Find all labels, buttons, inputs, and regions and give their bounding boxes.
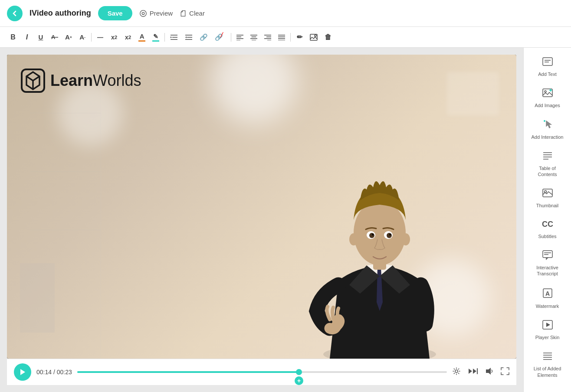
play-button[interactable]: [14, 363, 31, 381]
subtitles-icon: CC: [541, 219, 554, 232]
sidebar-item-list-of-added-elements[interactable]: List of Added Elements: [528, 346, 567, 382]
clear-label: Clear: [189, 10, 205, 17]
sidebar-item-player-skin[interactable]: Player Skin: [528, 315, 567, 345]
text-formatting-toolbar: B I U A A+ A- — x2 x2 A ✎ 🔗 🔗╱ ✏: [0, 27, 571, 48]
svg-text:CC: CC: [542, 220, 553, 229]
subtitles-label: Subtitles: [538, 233, 556, 239]
outdent-button[interactable]: [182, 32, 195, 42]
speed-button[interactable]: [468, 367, 478, 377]
highlight-button[interactable]: ✎: [150, 31, 162, 43]
progress-thumb[interactable]: [296, 369, 302, 375]
watermark-label: Watermark: [536, 303, 559, 309]
align-left-button[interactable]: [234, 33, 246, 42]
svg-point-43: [387, 233, 392, 238]
add-marker-button[interactable]: +: [295, 376, 303, 385]
add-text-label: Add Text: [538, 71, 557, 77]
svg-point-47: [401, 233, 410, 245]
add-images-label: Add Images: [535, 102, 560, 108]
interactive-transcript-label: Interactive Transcript: [532, 265, 564, 277]
volume-button[interactable]: [485, 367, 494, 377]
svg-rect-54: [543, 58, 552, 65]
preview-button[interactable]: Preview: [139, 10, 173, 17]
subscript-button[interactable]: x2: [108, 32, 120, 42]
save-button[interactable]: Save: [98, 6, 132, 20]
sidebar-item-subtitles[interactable]: CC Subtitles: [528, 215, 567, 244]
separator: [91, 33, 92, 42]
svg-rect-70: [543, 251, 552, 258]
fullscreen-button[interactable]: [501, 367, 509, 377]
separator: [231, 33, 231, 42]
font-smaller-button[interactable]: A-: [76, 32, 89, 42]
indent-button[interactable]: [167, 32, 180, 42]
delete-button[interactable]: 🗑: [322, 32, 334, 43]
sidebar-item-add-interaction[interactable]: Add Interaction: [528, 115, 567, 144]
svg-point-44: [372, 234, 374, 235]
list-of-added-elements-icon: [542, 351, 553, 364]
sidebar-item-add-text[interactable]: Add Text: [528, 52, 567, 82]
watermark-icon: A: [542, 287, 553, 301]
link-button[interactable]: 🔗: [197, 32, 210, 43]
back-button[interactable]: [7, 6, 23, 21]
underline-button[interactable]: U: [35, 32, 47, 42]
logo-text: LearnWorlds: [50, 72, 141, 90]
thumbnail-label: Thumbnail: [536, 203, 558, 209]
svg-text:A: A: [545, 290, 550, 297]
bold-button[interactable]: B: [7, 32, 19, 43]
add-text-icon: [542, 56, 553, 69]
svg-point-45: [389, 234, 391, 235]
dash-button[interactable]: —: [94, 32, 106, 42]
separator: [164, 33, 165, 42]
preview-label: Preview: [150, 10, 173, 17]
svg-marker-50: [469, 369, 472, 374]
sidebar-item-watermark[interactable]: A Watermark: [528, 283, 567, 314]
svg-point-49: [455, 370, 458, 372]
table-of-contents-icon: [542, 150, 553, 163]
svg-point-42: [369, 233, 374, 238]
progress-bar-container[interactable]: +: [77, 368, 447, 376]
control-icons: [452, 367, 509, 378]
add-interaction-icon: [542, 119, 553, 132]
svg-marker-76: [546, 323, 550, 327]
svg-point-39: [354, 200, 406, 265]
svg-marker-48: [20, 369, 25, 375]
superscript-button[interactable]: x2: [122, 32, 134, 42]
player-skin-icon: [542, 320, 553, 333]
interactive-transcript-icon: [542, 250, 553, 263]
video-frame: LearnWorlds: [7, 55, 516, 359]
list-of-added-elements-label: List of Added Elements: [532, 366, 564, 378]
sidebar-item-thumbnail[interactable]: Thumbnail: [528, 183, 567, 213]
settings-button[interactable]: [452, 367, 461, 378]
logo-area: LearnWorlds: [20, 68, 141, 94]
align-right-button[interactable]: [262, 33, 274, 42]
clear-button[interactable]: Clear: [180, 10, 205, 17]
italic-button[interactable]: I: [21, 32, 33, 43]
time-display: 00:14 / 00:23: [36, 369, 72, 376]
right-sidebar: Add Text Add Images Add Interaction Tabl…: [523, 48, 571, 392]
add-interaction-label: Add Interaction: [532, 134, 564, 140]
sidebar-item-add-images[interactable]: Add Images: [528, 83, 567, 113]
video-area: LearnWorlds: [0, 48, 523, 392]
player-skin-label: Player Skin: [535, 334, 560, 340]
app-title: IVideo authoring: [30, 9, 91, 18]
progress-fill: [77, 371, 299, 373]
eraser-button[interactable]: ✏: [293, 31, 305, 43]
unlink-button[interactable]: 🔗╱: [212, 32, 228, 43]
thumbnail-icon: [542, 188, 553, 201]
video-controls: 00:14 / 00:23 +: [7, 359, 516, 385]
align-center-button[interactable]: [248, 33, 260, 42]
font-color-button[interactable]: A: [136, 31, 148, 43]
progress-track: [77, 371, 447, 373]
strikethrough-button[interactable]: A: [49, 32, 61, 42]
table-of-contents-label: Table of Contents: [532, 165, 564, 178]
svg-point-58: [545, 91, 546, 92]
align-justify-button[interactable]: [276, 33, 288, 42]
sidebar-item-interactive-transcript[interactable]: Interactive Transcript: [528, 245, 567, 281]
sidebar-item-table-of-contents[interactable]: Table of Contents: [528, 146, 567, 182]
svg-point-46: [349, 233, 358, 245]
svg-point-1: [142, 12, 144, 14]
add-images-icon: [542, 88, 553, 101]
insert-image-button[interactable]: [307, 32, 320, 42]
separator: [290, 33, 291, 42]
font-larger-button[interactable]: A+: [62, 32, 75, 42]
svg-point-68: [544, 191, 546, 193]
